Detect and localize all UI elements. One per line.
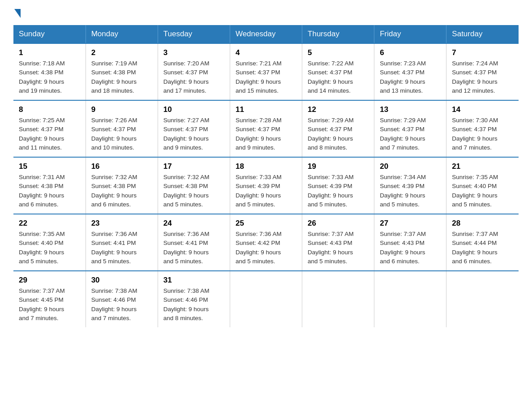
day-info: Sunrise: 7:35 AM Sunset: 4:40 PM Dayligh…	[19, 230, 80, 266]
calendar-cell: 10 Sunrise: 7:27 AM Sunset: 4:37 PM Dayl…	[158, 100, 230, 157]
day-info: Sunrise: 7:20 AM Sunset: 4:37 PM Dayligh…	[163, 59, 224, 95]
calendar-cell: 17 Sunrise: 7:32 AM Sunset: 4:38 PM Dayl…	[158, 157, 230, 214]
day-number: 23	[91, 219, 152, 228]
header-sunday: Sunday	[13, 25, 86, 43]
day-number: 9	[91, 105, 152, 114]
calendar-week-row: 1 Sunrise: 7:18 AM Sunset: 4:38 PM Dayli…	[13, 43, 519, 100]
day-number: 20	[380, 162, 441, 171]
calendar-cell	[374, 271, 446, 327]
day-number: 4	[236, 48, 296, 57]
day-number: 10	[163, 105, 224, 114]
header-wednesday: Wednesday	[230, 25, 302, 43]
header-friday: Friday	[374, 25, 446, 43]
day-info: Sunrise: 7:38 AM Sunset: 4:46 PM Dayligh…	[91, 287, 152, 323]
day-info: Sunrise: 7:36 AM Sunset: 4:41 PM Dayligh…	[91, 230, 152, 266]
calendar-cell: 12 Sunrise: 7:29 AM Sunset: 4:37 PM Dayl…	[302, 100, 374, 157]
calendar-cell: 19 Sunrise: 7:33 AM Sunset: 4:39 PM Dayl…	[302, 157, 374, 214]
calendar-cell: 1 Sunrise: 7:18 AM Sunset: 4:38 PM Dayli…	[13, 43, 86, 100]
logo-text	[13, 9, 21, 18]
calendar-cell: 4 Sunrise: 7:21 AM Sunset: 4:37 PM Dayli…	[230, 43, 302, 100]
day-info: Sunrise: 7:18 AM Sunset: 4:38 PM Dayligh…	[19, 59, 80, 95]
day-number: 31	[163, 276, 224, 285]
day-number: 30	[91, 276, 152, 285]
calendar-cell: 14 Sunrise: 7:30 AM Sunset: 4:37 PM Dayl…	[446, 100, 519, 157]
day-number: 28	[452, 219, 513, 228]
day-info: Sunrise: 7:37 AM Sunset: 4:43 PM Dayligh…	[380, 230, 441, 266]
day-info: Sunrise: 7:28 AM Sunset: 4:37 PM Dayligh…	[236, 116, 296, 152]
day-number: 25	[236, 219, 296, 228]
calendar-cell: 6 Sunrise: 7:23 AM Sunset: 4:37 PM Dayli…	[374, 43, 446, 100]
header-thursday: Thursday	[302, 25, 374, 43]
header-saturday: Saturday	[446, 25, 519, 43]
calendar-cell: 20 Sunrise: 7:34 AM Sunset: 4:39 PM Dayl…	[374, 157, 446, 214]
day-number: 18	[236, 162, 296, 171]
day-info: Sunrise: 7:33 AM Sunset: 4:39 PM Dayligh…	[236, 173, 296, 209]
day-number: 26	[308, 219, 369, 228]
day-number: 1	[19, 48, 80, 57]
calendar-week-row: 29 Sunrise: 7:37 AM Sunset: 4:45 PM Dayl…	[13, 271, 519, 327]
calendar-cell: 29 Sunrise: 7:37 AM Sunset: 4:45 PM Dayl…	[13, 271, 86, 327]
day-info: Sunrise: 7:30 AM Sunset: 4:37 PM Dayligh…	[452, 116, 513, 152]
day-number: 24	[163, 219, 224, 228]
calendar-cell: 24 Sunrise: 7:36 AM Sunset: 4:41 PM Dayl…	[158, 214, 230, 271]
day-number: 22	[19, 219, 80, 228]
day-number: 17	[163, 162, 224, 171]
calendar-cell: 28 Sunrise: 7:37 AM Sunset: 4:44 PM Dayl…	[446, 214, 519, 271]
day-number: 2	[91, 48, 152, 57]
day-info: Sunrise: 7:27 AM Sunset: 4:37 PM Dayligh…	[163, 116, 224, 152]
calendar-cell: 8 Sunrise: 7:25 AM Sunset: 4:37 PM Dayli…	[13, 100, 86, 157]
day-info: Sunrise: 7:32 AM Sunset: 4:38 PM Dayligh…	[163, 173, 224, 209]
logo-triangle-icon	[14, 9, 21, 18]
day-info: Sunrise: 7:32 AM Sunset: 4:38 PM Dayligh…	[91, 173, 152, 209]
day-number: 3	[163, 48, 224, 57]
calendar-cell: 22 Sunrise: 7:35 AM Sunset: 4:40 PM Dayl…	[13, 214, 86, 271]
calendar-week-row: 15 Sunrise: 7:31 AM Sunset: 4:38 PM Dayl…	[13, 157, 519, 214]
day-info: Sunrise: 7:29 AM Sunset: 4:37 PM Dayligh…	[380, 116, 441, 152]
calendar-cell: 18 Sunrise: 7:33 AM Sunset: 4:39 PM Dayl…	[230, 157, 302, 214]
calendar-cell: 11 Sunrise: 7:28 AM Sunset: 4:37 PM Dayl…	[230, 100, 302, 157]
calendar-cell: 30 Sunrise: 7:38 AM Sunset: 4:46 PM Dayl…	[86, 271, 158, 327]
calendar-cell: 9 Sunrise: 7:26 AM Sunset: 4:37 PM Dayli…	[86, 100, 158, 157]
day-info: Sunrise: 7:36 AM Sunset: 4:41 PM Dayligh…	[163, 230, 224, 266]
calendar-cell: 5 Sunrise: 7:22 AM Sunset: 4:37 PM Dayli…	[302, 43, 374, 100]
calendar-cell	[302, 271, 374, 327]
day-info: Sunrise: 7:23 AM Sunset: 4:37 PM Dayligh…	[380, 59, 441, 95]
day-info: Sunrise: 7:19 AM Sunset: 4:38 PM Dayligh…	[91, 59, 152, 95]
day-info: Sunrise: 7:33 AM Sunset: 4:39 PM Dayligh…	[308, 173, 369, 209]
day-info: Sunrise: 7:26 AM Sunset: 4:37 PM Dayligh…	[91, 116, 152, 152]
calendar-cell: 27 Sunrise: 7:37 AM Sunset: 4:43 PM Dayl…	[374, 214, 446, 271]
day-number: 13	[380, 105, 441, 114]
day-number: 6	[380, 48, 441, 57]
calendar-cell: 7 Sunrise: 7:24 AM Sunset: 4:37 PM Dayli…	[446, 43, 519, 100]
calendar-header-row: SundayMondayTuesdayWednesdayThursdayFrid…	[13, 25, 519, 43]
calendar-cell: 31 Sunrise: 7:38 AM Sunset: 4:46 PM Dayl…	[158, 271, 230, 327]
day-number: 8	[19, 105, 80, 114]
day-info: Sunrise: 7:21 AM Sunset: 4:37 PM Dayligh…	[236, 59, 296, 95]
calendar-cell	[446, 271, 519, 327]
day-info: Sunrise: 7:35 AM Sunset: 4:40 PM Dayligh…	[452, 173, 513, 209]
calendar-cell: 3 Sunrise: 7:20 AM Sunset: 4:37 PM Dayli…	[158, 43, 230, 100]
day-number: 19	[308, 162, 369, 171]
day-number: 14	[452, 105, 513, 114]
day-info: Sunrise: 7:34 AM Sunset: 4:39 PM Dayligh…	[380, 173, 441, 209]
calendar-cell: 23 Sunrise: 7:36 AM Sunset: 4:41 PM Dayl…	[86, 214, 158, 271]
header-monday: Monday	[86, 25, 158, 43]
day-number: 7	[452, 48, 513, 57]
calendar-week-row: 22 Sunrise: 7:35 AM Sunset: 4:40 PM Dayl…	[13, 214, 519, 271]
day-info: Sunrise: 7:24 AM Sunset: 4:37 PM Dayligh…	[452, 59, 513, 95]
page-header	[13, 9, 519, 16]
calendar-cell: 21 Sunrise: 7:35 AM Sunset: 4:40 PM Dayl…	[446, 157, 519, 214]
calendar-table: SundayMondayTuesdayWednesdayThursdayFrid…	[13, 25, 519, 327]
day-number: 5	[308, 48, 369, 57]
day-info: Sunrise: 7:37 AM Sunset: 4:45 PM Dayligh…	[19, 287, 80, 323]
day-info: Sunrise: 7:38 AM Sunset: 4:46 PM Dayligh…	[163, 287, 224, 323]
calendar-cell: 15 Sunrise: 7:31 AM Sunset: 4:38 PM Dayl…	[13, 157, 86, 214]
calendar-cell: 26 Sunrise: 7:37 AM Sunset: 4:43 PM Dayl…	[302, 214, 374, 271]
day-number: 15	[19, 162, 80, 171]
day-number: 21	[452, 162, 513, 171]
day-info: Sunrise: 7:36 AM Sunset: 4:42 PM Dayligh…	[236, 230, 296, 266]
calendar-cell: 16 Sunrise: 7:32 AM Sunset: 4:38 PM Dayl…	[86, 157, 158, 214]
calendar-cell: 2 Sunrise: 7:19 AM Sunset: 4:38 PM Dayli…	[86, 43, 158, 100]
day-number: 11	[236, 105, 296, 114]
calendar-cell: 13 Sunrise: 7:29 AM Sunset: 4:37 PM Dayl…	[374, 100, 446, 157]
